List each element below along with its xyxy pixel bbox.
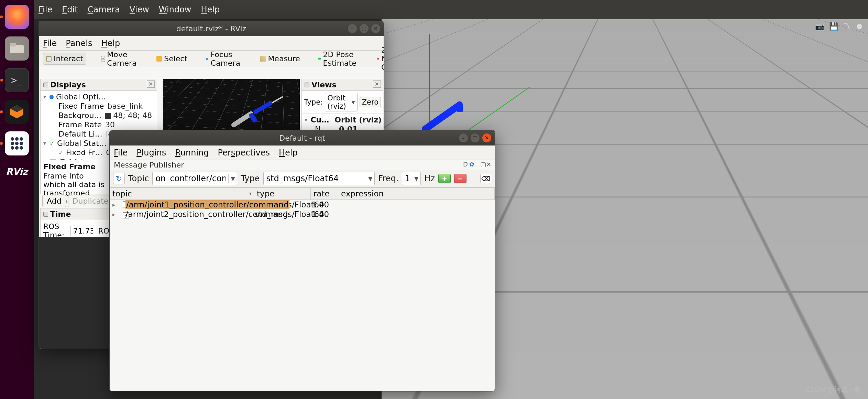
views-header[interactable]: Views ✕ (302, 79, 383, 91)
views-type-label: Type: (304, 98, 323, 106)
rviz-titlebar[interactable]: default.rviz* - RViz – ▢ ✕ (39, 21, 384, 36)
header-topic[interactable]: topic▾ (110, 188, 254, 200)
rviz-title: default.rviz* - RViz (176, 24, 246, 33)
tool-2d-pose-estimate[interactable]: 2D Pose Estimate (315, 49, 362, 69)
svg-point-8 (15, 142, 19, 145)
tool-2d-nav-goal[interactable]: 2D Nav Goal (374, 44, 384, 73)
svg-point-6 (20, 137, 23, 141)
rviz-menubar: File Panels Help (39, 36, 384, 51)
settings-icon[interactable]: ✿ (469, 161, 474, 168)
minimize-plugin-icon[interactable]: – (476, 161, 479, 168)
table-row[interactable]: ▸✓/arm/joint2_position_controller/comman… (110, 209, 495, 219)
row-expression (336, 204, 495, 205)
views-zero-button[interactable]: Zero (360, 97, 381, 107)
rqt-menu-perspectives[interactable]: Perspectives (218, 148, 270, 158)
freq-combo[interactable]: ▾ (402, 172, 421, 185)
menu-view[interactable]: View (130, 5, 149, 14)
tool-move-camera[interactable]: Move Camera (99, 49, 141, 69)
clear-button[interactable]: ⌫ (480, 174, 491, 183)
tool-interact[interactable]: Interact (43, 53, 86, 65)
rqt-window: Default - rqt – ▢ ✕ File Plugins Running… (109, 130, 495, 391)
table-row[interactable]: ▸/arm/joint1_position_controller/command… (110, 200, 495, 209)
time-title: Time (50, 210, 71, 218)
minimize-icon[interactable]: – (459, 133, 468, 142)
expand-icon[interactable]: ▸ (110, 202, 116, 208)
maximize-icon[interactable]: ▢ (360, 24, 369, 33)
launcher-rviz-icon[interactable]: RViz (6, 163, 28, 177)
row-topic: /arm/joint1_position_controller/command (125, 200, 289, 209)
menu-file[interactable]: File (39, 5, 52, 14)
freq-label: Freq. (378, 174, 398, 183)
rqt-menu-plugins[interactable]: Plugins (136, 148, 166, 158)
check-icon: ✓ (50, 140, 55, 147)
row-rate: 1.00 (309, 200, 336, 209)
views-type-select[interactable]: Orbit (rviz)▾ (325, 93, 357, 111)
launcher-files-icon[interactable] (5, 36, 29, 61)
add-button[interactable]: Add (42, 195, 66, 207)
header-type[interactable]: type (254, 188, 311, 200)
panel-close-icon[interactable]: ✕ (373, 80, 381, 88)
refresh-button[interactable]: ↻ (113, 173, 125, 184)
rqt-menubar: File Plugins Running Perspectives Help (110, 145, 495, 160)
property-description: Fixed Frame Frame into which all data is… (40, 160, 110, 194)
minimize-icon[interactable]: – (348, 24, 357, 33)
expand-icon[interactable]: ▸ (110, 211, 116, 218)
tool-measure[interactable]: Measure (257, 53, 303, 64)
header-rate[interactable]: rate (311, 188, 338, 200)
topic-combo[interactable]: ▾ (152, 172, 237, 185)
row-rate: 1.00 (309, 209, 336, 219)
row-expression (336, 214, 495, 215)
menu-edit[interactable]: Edit (62, 5, 78, 14)
ros-time-field[interactable] (70, 226, 95, 236)
rviz-menu-help[interactable]: Help (101, 39, 120, 48)
maximize-icon[interactable]: ▢ (471, 133, 480, 142)
rviz-menu-panels[interactable]: Panels (66, 39, 92, 48)
svg-point-5 (15, 137, 19, 141)
displays-buttons: Add Duplicate Rem (40, 194, 112, 208)
nav-goal-icon (377, 58, 379, 60)
watermark: CSDN @河北一帆 (806, 385, 862, 394)
menu-help[interactable]: Help (201, 5, 220, 14)
add-publisher-button[interactable]: ＋ (438, 174, 451, 183)
duplicate-button[interactable]: Duplicate (68, 195, 113, 207)
rqt-menu-help[interactable]: Help (279, 148, 298, 158)
launcher-gazebo-icon[interactable] (5, 100, 29, 124)
color-swatch (105, 113, 111, 119)
rqt-menu-file[interactable]: File (114, 148, 128, 158)
header-expression[interactable]: expression (338, 188, 495, 200)
time-header[interactable]: Time (41, 208, 112, 220)
close-icon[interactable]: ✕ (482, 133, 491, 142)
interact-icon (46, 56, 52, 62)
undock-icon[interactable]: D (463, 161, 468, 168)
remove-publisher-button[interactable]: － (454, 174, 466, 183)
rqt-plugin-title: Message Publisher D ✿ – ▢✕ (110, 160, 495, 170)
tool-select[interactable]: Select (154, 53, 190, 64)
svg-rect-1 (10, 43, 16, 46)
menu-camera[interactable]: Camera (88, 5, 120, 14)
close-plugin-icon[interactable]: ▢✕ (480, 161, 491, 168)
record-icon[interactable]: ⏺ (856, 22, 863, 31)
menu-window[interactable]: Window (159, 5, 191, 14)
chevron-down-icon: ▾ (228, 174, 237, 183)
panel-close-icon[interactable]: ✕ (147, 80, 155, 88)
chart-icon[interactable]: 〽 (843, 22, 851, 31)
gazebo-robot-tip (457, 107, 463, 112)
type-combo[interactable]: ▾ (263, 172, 375, 185)
rqt-titlebar[interactable]: Default - rqt – ▢ ✕ (110, 130, 495, 145)
sort-caret-icon: ▾ (249, 191, 252, 196)
row-topic: /arm/joint2_position_controller/command (125, 210, 288, 219)
displays-header[interactable]: Displays ✕ (41, 79, 157, 91)
tool-focus-camera[interactable]: Focus Camera (202, 49, 245, 69)
rviz-toolbar: Interact Move Camera Select Focus Camera… (39, 51, 384, 67)
rviz-menu-file[interactable]: File (43, 39, 57, 48)
type-label: Type (241, 174, 260, 183)
panel-grip-icon (43, 83, 48, 87)
camera-icon[interactable]: 📷 (815, 22, 824, 31)
close-icon[interactable]: ✕ (371, 24, 380, 33)
launcher-firefox-icon[interactable] (5, 5, 29, 29)
launcher-terminal-icon[interactable]: >_ (5, 68, 29, 92)
svg-point-7 (11, 142, 14, 145)
rqt-menu-running[interactable]: Running (175, 148, 209, 158)
launcher-ros-icon[interactable] (5, 131, 29, 155)
save-icon[interactable]: 💾 (829, 22, 838, 31)
